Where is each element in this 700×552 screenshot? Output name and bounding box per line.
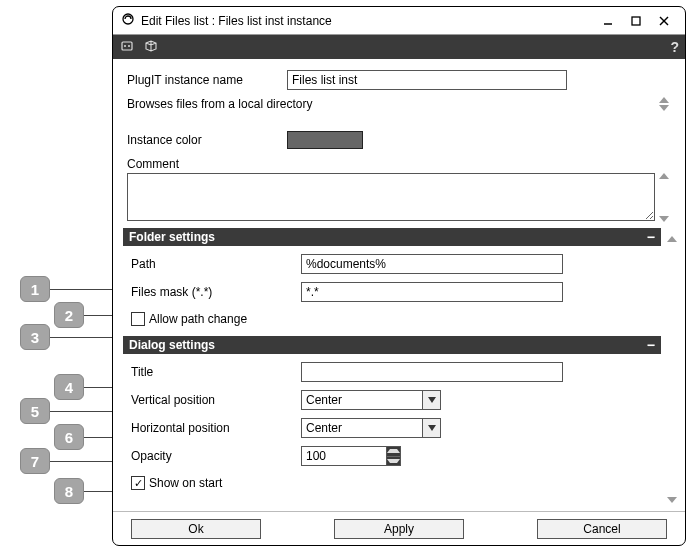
callout-1: 1 (20, 276, 50, 302)
collapse-icon[interactable]: − (647, 337, 655, 353)
opacity-label: Opacity (131, 449, 301, 463)
dialog-title-label: Title (131, 365, 301, 379)
plugit-name-label: PlugIT instance name (127, 73, 287, 87)
svg-point-6 (128, 45, 130, 47)
horizontal-position-select[interactable]: Center (301, 418, 441, 438)
callout-7: 7 (20, 448, 50, 474)
plugit-description: Browses files from a local directory (127, 97, 651, 111)
callout-8: 8 (54, 478, 84, 504)
general-panel: PlugIT instance name Browses files from … (113, 59, 685, 228)
vertical-position-label: Vertical position (131, 393, 301, 407)
callout-3: 3 (20, 324, 50, 350)
dialog-window: Edit Files list : Files list inst instan… (112, 6, 686, 546)
folder-settings-header[interactable]: Folder settings − (123, 228, 661, 246)
svg-rect-1 (632, 17, 640, 25)
chevron-down-icon (422, 391, 440, 409)
collapse-icon[interactable]: − (647, 229, 655, 245)
vertical-position-select[interactable]: Center (301, 390, 441, 410)
button-bar: Ok Apply Cancel (113, 511, 685, 545)
allow-path-change-checkbox[interactable] (131, 312, 145, 326)
folder-settings-panel: Path Files mask (*.*) Allow path change (123, 246, 661, 336)
allow-path-change-label: Allow path change (149, 312, 247, 326)
svg-marker-8 (428, 425, 436, 431)
robot-icon[interactable] (119, 38, 135, 57)
vertical-position-value: Center (306, 393, 342, 407)
show-on-start-checkbox[interactable]: ✓ (131, 476, 145, 490)
dialog-settings-header[interactable]: Dialog settings − (123, 336, 661, 354)
show-on-start-label: Show on start (149, 476, 222, 490)
svg-marker-7 (428, 397, 436, 403)
callout-6: 6 (54, 424, 84, 450)
package-icon[interactable] (143, 38, 159, 57)
minimize-button[interactable] (595, 12, 621, 30)
window-title: Edit Files list : Files list inst instan… (141, 14, 593, 28)
instance-color-swatch[interactable] (287, 131, 363, 149)
comment-label: Comment (127, 157, 287, 171)
panel-scroll-up-icon[interactable] (667, 236, 677, 242)
toolbar: ? (113, 35, 685, 59)
dialog-title-input[interactable] (301, 362, 563, 382)
svg-point-5 (124, 45, 126, 47)
desc-scroll-down-icon[interactable] (659, 105, 669, 111)
svg-rect-4 (122, 42, 132, 50)
comment-scroll-up-icon[interactable] (659, 173, 669, 179)
files-mask-input[interactable] (301, 282, 563, 302)
files-mask-label: Files mask (*.*) (131, 285, 301, 299)
comment-input[interactable] (127, 173, 655, 221)
apply-button[interactable]: Apply (334, 519, 464, 539)
panel-scroll-down-icon[interactable] (667, 497, 677, 503)
horizontal-position-value: Center (306, 421, 342, 435)
close-button[interactable] (651, 12, 677, 30)
path-label: Path (131, 257, 301, 271)
dialog-settings-title: Dialog settings (129, 338, 647, 352)
opacity-spinner[interactable]: 100 (301, 446, 401, 466)
callout-4: 4 (54, 374, 84, 400)
titlebar[interactable]: Edit Files list : Files list inst instan… (113, 7, 685, 35)
spinner-up-icon[interactable] (387, 447, 400, 457)
help-icon[interactable]: ? (670, 39, 679, 55)
callout-5: 5 (20, 398, 50, 424)
horizontal-position-label: Horizontal position (131, 421, 301, 435)
spinner-down-icon[interactable] (387, 457, 400, 466)
cancel-button[interactable]: Cancel (537, 519, 667, 539)
path-input[interactable] (301, 254, 563, 274)
folder-settings-title: Folder settings (129, 230, 647, 244)
opacity-value: 100 (302, 449, 386, 463)
dialog-settings-panel: Title Vertical position Center Horizonta… (123, 354, 661, 500)
plugit-name-input[interactable] (287, 70, 567, 90)
comment-scroll-down-icon[interactable] (659, 216, 669, 222)
desc-scroll-up-icon[interactable] (659, 97, 669, 103)
instance-color-label: Instance color (127, 133, 287, 147)
app-icon (121, 12, 135, 29)
maximize-button[interactable] (623, 12, 649, 30)
ok-button[interactable]: Ok (131, 519, 261, 539)
chevron-down-icon (422, 419, 440, 437)
